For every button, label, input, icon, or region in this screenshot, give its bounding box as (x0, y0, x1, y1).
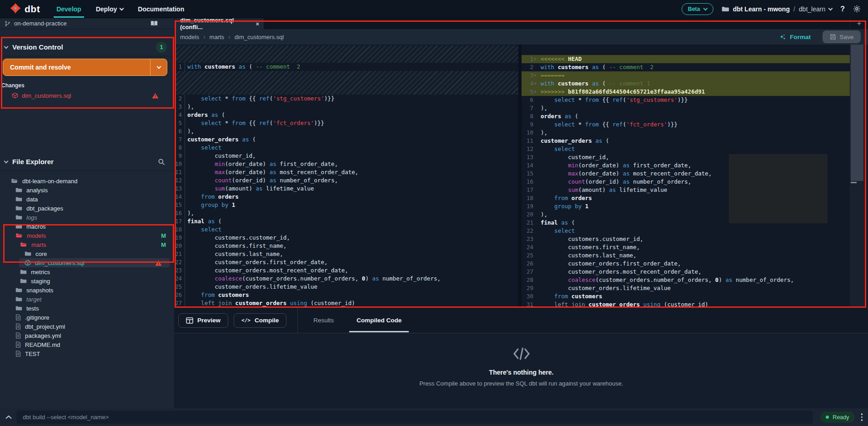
code-line-1[interactable]: 1+<<<<<<< HEAD (522, 55, 850, 63)
code-line-8[interactable]: 8 select (175, 144, 518, 152)
code-line-10[interactable]: 10), (522, 129, 850, 137)
code-line-27[interactable]: 27 customer_orders.most_recent_order_dat… (522, 268, 850, 276)
code-line-23[interactable]: 23 customer_orders.most_recent_order_dat… (175, 266, 518, 275)
code-line-30[interactable]: 30 from customers (522, 292, 850, 301)
code-line-6[interactable]: 6 select * from {{ ref('stg_customers')}… (522, 96, 850, 104)
docs-book-icon[interactable] (151, 20, 158, 26)
diff-left-pane[interactable]: 1with customers as ( -- comment 22 selec… (175, 45, 518, 308)
status-badge[interactable]: Ready (820, 411, 854, 423)
breadcrumb-item[interactable]: marts (210, 34, 225, 40)
tree-item-metrics[interactable]: metrics (0, 267, 174, 276)
code-line-28[interactable]: 28) (175, 307, 518, 308)
code-line-25[interactable]: 25 customers.last_name, (522, 251, 850, 260)
code-line-26[interactable]: 26 from customers (175, 291, 518, 299)
breadcrumb-item[interactable]: models (180, 34, 199, 40)
pane-divider[interactable] (518, 45, 522, 308)
scrollbar-thumb[interactable] (851, 45, 863, 181)
tree-item-macros[interactable]: macros (0, 222, 174, 231)
nav-deploy[interactable]: Deploy (96, 0, 124, 18)
code-line-24[interactable]: 24 coalesce(customer_orders.number_of_or… (175, 275, 518, 283)
nav-develop[interactable]: Develop (56, 0, 81, 18)
command-input[interactable] (16, 411, 813, 424)
code-line-21[interactable]: 21 customers.last_name, (175, 250, 518, 258)
tree-item-dbt-learn-on-demand[interactable]: dbt-learn-on-demand (0, 176, 174, 185)
tree-item-logs[interactable]: logs (0, 213, 174, 222)
code-line-4[interactable]: 4orders as ( (175, 111, 518, 119)
tree-item-packages-yml[interactable]: packages.yml (0, 331, 174, 340)
tree-item-analysis[interactable]: analysis (0, 185, 174, 195)
code-line-11[interactable]: 11customer_orders as ( (522, 137, 850, 145)
tree-item-target[interactable]: target (0, 295, 174, 304)
code-line-5[interactable]: 5 select * from {{ ref('fct_orders')}} (175, 119, 518, 127)
code-line-14[interactable]: 14 from orders (175, 193, 518, 201)
tree-item--gitignore[interactable]: .gitignore (0, 313, 174, 322)
beta-badge[interactable]: Beta (682, 3, 713, 15)
code-line-18[interactable]: 18 select (175, 226, 518, 234)
code-line-27[interactable]: 27 left join customer_orders using (cust… (175, 299, 518, 307)
tree-item-tests[interactable]: tests (0, 304, 174, 313)
new-tab-button[interactable]: + (850, 18, 868, 29)
project-selector[interactable]: dbt Learn - mwong / dbt_learn (722, 5, 833, 13)
settings-gear-icon[interactable] (853, 5, 861, 13)
tree-item-dbt-packages[interactable]: dbt_packages (0, 204, 174, 213)
commit-button-label[interactable]: Commit and resolve (3, 59, 150, 75)
code-line-1[interactable]: 1with customers as ( -- comment 2 (175, 63, 518, 71)
tree-item-marts[interactable]: martsM (0, 240, 174, 249)
search-icon[interactable] (158, 158, 165, 165)
editor-tab[interactable]: dim_customers.sql (confli... × (175, 18, 264, 29)
code-line-22[interactable]: 22 select (522, 227, 850, 235)
code-line-16[interactable]: 16), (175, 209, 518, 217)
tree-item-models[interactable]: modelsM (0, 231, 174, 240)
chevron-up-icon[interactable] (5, 415, 12, 419)
save-button[interactable]: Save (823, 30, 861, 43)
nav-documentation[interactable]: Documentation (138, 0, 184, 18)
code-line-17[interactable]: 17final as ( (175, 217, 518, 226)
code-line-15[interactable]: 15 group by 1 (175, 201, 518, 209)
format-button[interactable]: Format (779, 34, 811, 40)
close-icon[interactable]: × (256, 20, 259, 27)
kebab-menu-icon[interactable] (861, 413, 863, 421)
code-line-4[interactable]: 4+with customers as ( -- comment 1 (522, 80, 850, 88)
tab-results[interactable]: Results (306, 308, 341, 333)
tree-item-test[interactable]: TEST (0, 349, 174, 358)
code-line-23[interactable]: 23 customers.customer_id, (522, 235, 850, 243)
commit-options-caret[interactable] (150, 59, 167, 75)
tree-item-data[interactable]: data (0, 195, 174, 204)
scrollbar-track[interactable] (850, 45, 864, 308)
code-line-25[interactable]: 25 customer_orders.lifetime_value (175, 283, 518, 291)
code-line-9[interactable]: 9 customer_id, (175, 152, 518, 160)
code-line-20[interactable]: 20 customers.first_name, (175, 242, 518, 250)
code-line-26[interactable]: 26 customer_orders.first_order_date, (522, 260, 850, 268)
code-line-22[interactable]: 22 customer_orders.first_order_date, (175, 258, 518, 266)
tree-item-core[interactable]: core (0, 249, 174, 258)
code-line-7[interactable]: 7customer_orders as ( (175, 135, 518, 144)
tree-item-readme-md[interactable]: README.md (0, 340, 174, 349)
code-line-28[interactable]: 28 coalesce(customer_orders.number_of_or… (522, 276, 850, 284)
code-line-19[interactable]: 19 customers.customer_id, (175, 234, 518, 242)
changed-file-row[interactable]: dim_customers.sql (0, 90, 174, 101)
help-icon[interactable]: ? (840, 5, 845, 13)
tab-compiled-code[interactable]: Compiled Code (349, 308, 409, 333)
code-line-31[interactable]: 31 left join customer_orders using (cust… (522, 301, 850, 308)
dbt-logo[interactable]: dbt (9, 2, 40, 16)
code-line-12[interactable]: 12 select (522, 145, 850, 153)
code-line-12[interactable]: 12 count(order_id) as number_of_orders, (175, 176, 518, 185)
commit-and-resolve-button[interactable]: Commit and resolve (3, 59, 167, 76)
code-line-5[interactable]: 5+>>>>>>> b81f802a66fd544504c65721e3ffaa… (522, 88, 850, 96)
code-line-11[interactable]: 11 max(order_date) as most_recent_order_… (175, 168, 518, 176)
preview-button[interactable]: Preview (178, 313, 228, 328)
code-line-29[interactable]: 29 customer_orders.lifetime_value (522, 284, 850, 292)
tree-item-dim-customers-sql[interactable]: dim_customers.sql (19, 258, 170, 267)
tree-item-snapshots[interactable]: snapshots (0, 286, 174, 295)
tree-item-dbt-project-yml[interactable]: dbt_project.yml (0, 322, 174, 331)
file-explorer-header[interactable]: File Explorer (0, 153, 174, 171)
git-branch-row[interactable]: on-demand-practice (0, 18, 174, 29)
code-line-2[interactable]: 2with customers as ( -- comment 2 (522, 63, 850, 71)
code-line-9[interactable]: 9 select * from {{ ref('fct_orders')}} (522, 120, 850, 129)
code-line-3[interactable]: 3+======= (522, 71, 850, 80)
compile-button[interactable]: </> Compile (234, 313, 286, 328)
code-line-10[interactable]: 10 min(order_date) as first_order_date, (175, 160, 518, 168)
breadcrumb-item[interactable]: dim_customers.sql (235, 34, 284, 40)
code-line-13[interactable]: 13 sum(amount) as lifetime_value (175, 185, 518, 193)
code-line-2[interactable]: 2 select * from {{ ref('stg_customers')}… (175, 95, 518, 103)
